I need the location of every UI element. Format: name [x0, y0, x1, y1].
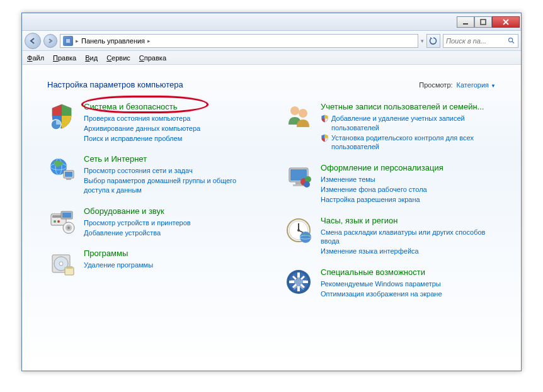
category-title[interactable]: Оформление и персонализация [321, 163, 496, 174]
control-panel-window: ▸ Панель управления ▸ ▾ Файл Правка Вид … [21, 13, 522, 371]
category-link[interactable]: Рекомендуемые Windows параметры [321, 279, 496, 289]
category-link[interactable]: Изменение фона рабочего стола [321, 185, 496, 194]
svg-rect-5 [66, 39, 70, 43]
svg-rect-29 [66, 266, 72, 269]
search-icon [508, 36, 515, 45]
chevron-down-icon: ▼ [491, 83, 496, 89]
breadcrumb-item[interactable]: Панель управления [81, 37, 145, 45]
close-button[interactable] [492, 16, 520, 28]
menu-file[interactable]: Файл [27, 54, 44, 62]
category: Сеть и ИнтернетПросмотр состояния сети и… [47, 154, 259, 194]
category: Система и безопасностьПроверка состояния… [47, 102, 259, 143]
svg-rect-0 [463, 23, 468, 25]
category-link[interactable]: Просмотр состояния сети и задач [84, 166, 259, 176]
category-link[interactable]: Выбор параметров домашней группы и общег… [84, 176, 259, 195]
menu-edit[interactable]: Правка [53, 54, 76, 62]
category-link[interactable]: Установка родительского контроля для все… [321, 133, 496, 152]
ease-of-access-icon [284, 267, 313, 296]
breadcrumb[interactable]: ▸ Панель управления ▸ [60, 34, 418, 48]
page-title: Настройка параметров компьютера [47, 80, 183, 89]
svg-point-27 [59, 262, 63, 266]
svg-point-44 [300, 232, 311, 243]
user-accounts-icon [284, 102, 313, 131]
programs-icon [47, 249, 76, 277]
svg-point-30 [290, 106, 299, 115]
category: Оформление и персонализацияИзменение тем… [284, 163, 496, 204]
svg-rect-1 [481, 20, 486, 25]
category-title[interactable]: Система и безопасность [84, 102, 259, 113]
category-title[interactable]: Программы [84, 249, 259, 259]
network-internet-icon [47, 154, 76, 183]
svg-rect-13 [65, 172, 72, 177]
menu-view[interactable]: Вид [85, 54, 98, 62]
svg-point-23 [67, 227, 70, 229]
svg-point-43 [297, 229, 300, 232]
search-box[interactable] [443, 34, 518, 48]
category-link[interactable]: Поиск и исправление проблем [84, 134, 259, 143]
navbar: ▸ Панель управления ▸ ▾ [22, 31, 521, 51]
system-security-icon [47, 102, 76, 131]
category: Оборудование и звукПросмотр устройств и … [47, 206, 259, 238]
titlebar [22, 13, 521, 31]
svg-point-31 [299, 109, 307, 118]
svg-point-18 [57, 220, 60, 223]
category-link[interactable]: Проверка состояния компьютера [84, 114, 259, 123]
menu-help[interactable]: Справка [139, 54, 166, 62]
category: ПрограммыУдаление программы [47, 249, 259, 277]
breadcrumb-arrow-icon: ▸ [76, 38, 79, 44]
category-link[interactable]: Архивирование данных компьютера [84, 124, 259, 133]
category-title[interactable]: Учетные записи пользователей и семейн... [321, 102, 496, 113]
shield-icon [321, 115, 329, 123]
menu-tools[interactable]: Сервис [106, 54, 130, 62]
dropdown-arrow-icon[interactable]: ▾ [421, 38, 424, 44]
breadcrumb-arrow-icon: ▸ [147, 38, 151, 44]
category-link[interactable]: Изменение языка интерфейса [321, 247, 496, 256]
category-link[interactable]: Добавление и удаление учетных записей по… [321, 114, 496, 133]
view-label: Просмотр: [419, 81, 452, 89]
hardware-sound-icon [47, 206, 76, 235]
category-link[interactable]: Изменение темы [321, 175, 496, 184]
refresh-button[interactable] [426, 34, 440, 48]
view-dropdown[interactable]: Категория ▼ [457, 81, 496, 89]
svg-point-17 [54, 220, 56, 223]
category-link[interactable]: Просмотр устройств и принтеров [84, 218, 259, 228]
category-link[interactable]: Настройка разрешения экрана [321, 195, 496, 204]
svg-point-6 [508, 38, 512, 42]
svg-rect-14 [66, 178, 71, 180]
category: Учетные записи пользователей и семейн...… [284, 102, 496, 152]
nav-back-button[interactable] [25, 33, 41, 49]
nav-forward-button[interactable] [43, 34, 57, 48]
category-title[interactable]: Специальные возможности [321, 267, 496, 278]
category-link[interactable]: Удаление программы [84, 260, 259, 270]
category: Специальные возможностиРекомендуемые Win… [284, 267, 496, 299]
appearance-icon [284, 163, 313, 192]
menubar: Файл Правка Вид Сервис Справка [22, 51, 521, 65]
search-input[interactable] [446, 37, 508, 45]
category-link[interactable]: Оптимизация изображения на экране [321, 289, 496, 299]
svg-point-38 [304, 181, 310, 188]
maximize-button[interactable] [474, 16, 492, 28]
category: Часы, язык и регионСмена раскладки клави… [284, 216, 496, 256]
content-area: Настройка параметров компьютера Просмотр… [22, 65, 521, 371]
minimize-button[interactable] [457, 16, 474, 28]
svg-rect-20 [62, 213, 71, 218]
view-control: Просмотр: Категория ▼ [419, 81, 496, 89]
category-link[interactable]: Смена раскладки клавиатуры или других сп… [321, 228, 496, 247]
svg-line-7 [512, 41, 514, 43]
category-link[interactable]: Добавление устройства [84, 228, 259, 238]
category-title[interactable]: Оборудование и звук [84, 206, 259, 217]
category-title[interactable]: Часы, язык и регион [321, 216, 496, 227]
category-title[interactable]: Сеть и Интернет [84, 154, 259, 165]
clock-language-icon [284, 216, 313, 245]
shield-icon [321, 134, 329, 142]
control-panel-icon [63, 36, 73, 46]
